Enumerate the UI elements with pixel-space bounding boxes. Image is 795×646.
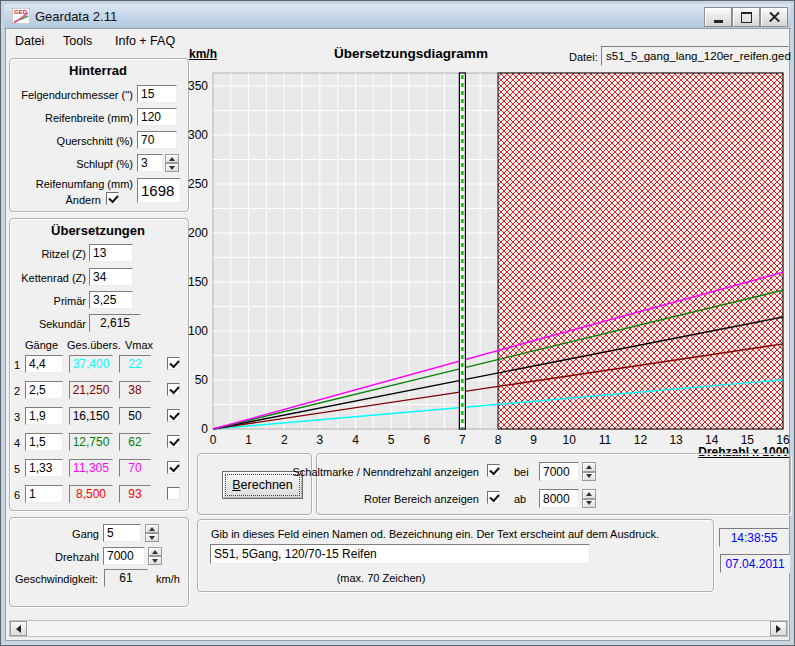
title-bar[interactable]: GED Geardata 2.11 <box>4 4 791 29</box>
svg-text:4: 4 <box>352 433 359 447</box>
datei-label: Datei: <box>569 51 598 63</box>
kettenrad-label: Kettenrad (Z) <box>11 272 86 284</box>
spin-down-button[interactable] <box>148 556 162 565</box>
ab-label: ab <box>514 493 526 505</box>
gear-row-num: 1 <box>14 359 20 371</box>
roter-bereich-spinner[interactable] <box>582 489 596 508</box>
drehzahl-label: Drehzahl <box>11 551 99 563</box>
felgendurchmesser-label: Felgendurchmesser ('') <box>11 89 133 101</box>
svg-text:6: 6 <box>423 433 430 447</box>
querschnitt-input[interactable] <box>137 131 177 149</box>
spin-down-button[interactable] <box>165 163 179 172</box>
primaer-input[interactable] <box>89 291 133 309</box>
kettenrad-input[interactable] <box>89 268 133 286</box>
arrow-up-icon <box>169 157 175 161</box>
gear-3-vmax: 50 <box>119 407 151 425</box>
app-logo-icon: GED <box>12 8 30 24</box>
close-button[interactable] <box>760 7 788 27</box>
gear-2-input[interactable] <box>25 381 63 399</box>
gear-5-input[interactable] <box>25 459 63 477</box>
gear-1-input[interactable] <box>25 355 63 373</box>
gear-4-checkbox[interactable] <box>167 435 180 448</box>
menu-tools[interactable]: Tools <box>59 32 96 50</box>
gear-row-num: 4 <box>14 437 20 449</box>
maximize-button[interactable] <box>732 7 760 27</box>
spin-down-button[interactable] <box>145 533 159 542</box>
gear-3-checkbox[interactable] <box>167 409 180 422</box>
gear-5-ratio: 11,305 <box>69 459 113 477</box>
minimize-icon <box>714 20 723 23</box>
chart-title: Übersetzungsdiagramm <box>281 46 541 61</box>
drucktext-hint: Gib in dieses Feld einen Namen od. Bezei… <box>211 528 659 540</box>
minimize-button[interactable] <box>704 7 732 27</box>
arrow-down-icon <box>586 501 592 505</box>
gear-6-checkbox[interactable] <box>167 487 180 500</box>
schaltmarke-drehzahl-input[interactable] <box>539 462 579 481</box>
drucktext-input[interactable] <box>210 544 590 564</box>
sekundaer-value: 2,615 <box>89 314 141 332</box>
aendern-label: Ändern <box>11 194 101 206</box>
ritzel-label: Ritzel (Z) <box>11 248 86 260</box>
gear-2-checkbox[interactable] <box>167 383 180 396</box>
svg-text:300: 300 <box>188 128 208 142</box>
col-gesuebers: Ges.übers. <box>67 339 121 351</box>
date-display: 07.04.2011 <box>720 554 790 573</box>
spin-down-button[interactable] <box>582 472 596 482</box>
svg-text:8: 8 <box>495 433 502 447</box>
svg-text:50: 50 <box>195 373 209 387</box>
gang-input[interactable] <box>103 524 141 542</box>
menu-datei[interactable]: Datei <box>11 32 48 50</box>
svg-text:350: 350 <box>188 79 208 93</box>
scroll-right-button[interactable] <box>770 621 787 636</box>
spin-up-button[interactable] <box>582 462 596 472</box>
drucktext-note: (max. 70 Zeichen) <box>301 572 461 584</box>
gear-3-input[interactable] <box>25 407 63 425</box>
spin-up-button[interactable] <box>165 154 179 163</box>
spin-down-button[interactable] <box>582 499 596 509</box>
gear-1-vmax: 22 <box>119 355 151 373</box>
gear-6-vmax: 93 <box>119 485 151 503</box>
arrow-up-icon <box>586 465 592 469</box>
sekundaer-label: Sekundär <box>11 318 86 330</box>
reifenumfang-input[interactable] <box>137 178 181 203</box>
window-title: Geardata 2.11 <box>35 9 117 24</box>
schlupf-spinner[interactable] <box>165 154 179 172</box>
schaltmarke-checkbox[interactable] <box>487 464 500 477</box>
drehzahl-input[interactable] <box>103 547 145 565</box>
svg-text:3: 3 <box>317 433 324 447</box>
uebersetzungs-chart: 0123456789101112131415160501001502002503… <box>186 65 791 449</box>
gear-5-vmax: 70 <box>119 459 151 477</box>
arrow-up-icon <box>149 527 155 531</box>
felgendurchmesser-input[interactable] <box>137 85 177 103</box>
spin-up-button[interactable] <box>148 547 162 556</box>
geschwindigkeit-label: Geschwindigkeit: <box>15 573 98 585</box>
gear-1-checkbox[interactable] <box>167 357 180 370</box>
gear-6-input[interactable] <box>25 485 63 503</box>
uebersetzungen-title: Übersetzungen <box>9 223 187 238</box>
reifenbreite-input[interactable] <box>137 108 177 126</box>
ritzel-input[interactable] <box>89 244 133 262</box>
schlupf-input[interactable] <box>137 154 163 172</box>
roter-bereich-drehzahl-input[interactable] <box>539 489 579 508</box>
spin-up-button[interactable] <box>145 524 159 533</box>
primaer-label: Primär <box>11 295 86 307</box>
svg-text:250: 250 <box>188 177 208 191</box>
gear-row-num: 5 <box>14 463 20 475</box>
horizontal-scrollbar[interactable] <box>9 620 788 637</box>
gear-5-checkbox[interactable] <box>167 461 180 474</box>
spin-up-button[interactable] <box>582 489 596 499</box>
roter-bereich-checkbox[interactable] <box>487 491 500 504</box>
aendern-checkbox[interactable] <box>106 192 119 205</box>
menu-info-faq[interactable]: Info + FAQ <box>111 32 179 50</box>
svg-text:5: 5 <box>388 433 395 447</box>
schaltmarke-label: Schaltmarke / Nenndrehzahl anzeigen <box>281 466 479 478</box>
gear-4-input[interactable] <box>25 433 63 451</box>
gear-6-ratio: 8,500 <box>69 485 113 503</box>
schaltmarke-spinner[interactable] <box>582 462 596 481</box>
scroll-left-button[interactable] <box>10 621 27 636</box>
geschwindigkeit-unit: km/h <box>156 573 180 585</box>
gang-spinner[interactable] <box>145 524 159 542</box>
datei-filename: s51_5_gang_lang_120er_reifen.ged <box>601 46 789 66</box>
drehzahl-spinner[interactable] <box>148 547 162 565</box>
svg-text:200: 200 <box>188 226 208 240</box>
